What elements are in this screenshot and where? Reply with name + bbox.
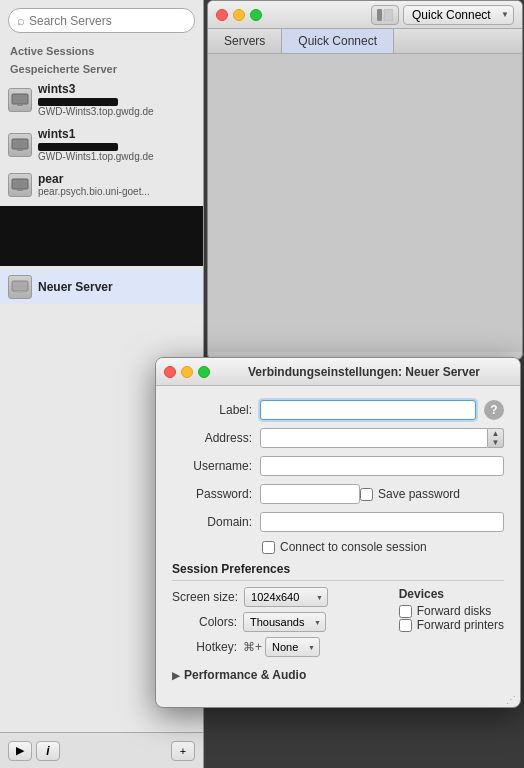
colors-select-wrap[interactable]: 256 colors Thousands Millions bbox=[243, 612, 326, 632]
password-row: Password: Save password bbox=[172, 484, 504, 504]
list-item[interactable]: pear pear.psych.bio.uni-goet... bbox=[0, 167, 203, 202]
server-info: wints1 GWD-Wints1.top.gwdg.de bbox=[38, 127, 154, 162]
server-address: GWD-Wints3.top.gwdg.de bbox=[38, 106, 154, 117]
dialog-traffic-lights bbox=[164, 366, 210, 378]
forward-disks-checkbox[interactable] bbox=[399, 605, 412, 618]
hotkey-symbol: ⌘+ bbox=[243, 640, 262, 654]
bottom-bar: ▶ i + bbox=[0, 732, 203, 768]
connection-dropdown[interactable]: Quick Connect bbox=[403, 5, 514, 25]
black-block bbox=[0, 206, 203, 266]
server-info: Neuer Server bbox=[38, 280, 113, 294]
hotkey-label: Hotkey: bbox=[172, 640, 237, 654]
close-button[interactable] bbox=[216, 9, 228, 21]
right-tab-bar: Servers Quick Connect bbox=[208, 29, 522, 54]
dialog-title: Verbindungseinstellungen: Neuer Server bbox=[248, 365, 480, 379]
server-name: wints3 bbox=[38, 82, 154, 96]
password-input[interactable] bbox=[260, 484, 360, 504]
forward-printers-label: Forward printers bbox=[417, 618, 504, 632]
svg-rect-7 bbox=[17, 291, 23, 293]
colors-label: Colors: bbox=[172, 615, 237, 629]
redacted-bar bbox=[38, 98, 118, 106]
new-server-label: Neuer Server bbox=[38, 280, 113, 294]
save-password-label: Save password bbox=[378, 487, 460, 501]
console-session-checkbox[interactable] bbox=[262, 541, 275, 554]
address-row: Address: ▲▼ bbox=[172, 428, 504, 448]
svg-rect-3 bbox=[17, 149, 23, 151]
right-content-area bbox=[208, 54, 522, 352]
play-button[interactable]: ▶ bbox=[8, 741, 32, 761]
address-dropdown-button[interactable]: ▲▼ bbox=[488, 428, 504, 448]
help-button[interactable]: ? bbox=[484, 400, 504, 420]
session-prefs-area: Screen size: 640x480 800x600 1024x640 10… bbox=[172, 587, 504, 662]
connection-settings-dialog: Verbindungseinstellungen: Neuer Server L… bbox=[155, 357, 521, 708]
forward-disks-label: Forward disks bbox=[417, 604, 492, 618]
screen-size-select[interactable]: 640x480 800x600 1024x640 1024x768 Full S… bbox=[244, 587, 328, 607]
svg-rect-0 bbox=[12, 94, 28, 104]
label-field-label: Label: bbox=[172, 403, 252, 417]
screen-size-label: Screen size: bbox=[172, 590, 238, 604]
right-toolbar-controls: Quick Connect bbox=[371, 5, 514, 25]
performance-audio-disclosure[interactable]: ▶ Performance & Audio bbox=[172, 668, 504, 682]
password-field-label: Password: bbox=[172, 487, 252, 501]
dialog-body: Label: ? Address: ▲▼ Username: Password: bbox=[156, 386, 520, 692]
svg-rect-4 bbox=[12, 179, 28, 189]
right-titlebar: Quick Connect bbox=[208, 1, 522, 29]
label-row: Label: ? bbox=[172, 400, 504, 420]
username-input[interactable] bbox=[260, 456, 504, 476]
server-icon bbox=[8, 173, 32, 197]
server-name: wints1 bbox=[38, 127, 154, 141]
search-icon: ⌕ bbox=[17, 13, 25, 28]
label-input[interactable] bbox=[260, 400, 476, 420]
new-server-item[interactable]: Neuer Server bbox=[0, 270, 203, 304]
connection-dropdown-wrap[interactable]: Quick Connect bbox=[403, 5, 514, 25]
active-sessions-label: Active Sessions bbox=[0, 41, 203, 59]
left-prefs: Screen size: 640x480 800x600 1024x640 10… bbox=[172, 587, 383, 662]
saved-servers-label: Gespeicherte Server bbox=[0, 59, 203, 77]
screen-size-row: Screen size: 640x480 800x600 1024x640 10… bbox=[172, 587, 383, 607]
hotkey-select-wrap[interactable]: None F1 F2 F3 bbox=[265, 637, 320, 657]
save-password-checkbox[interactable] bbox=[360, 488, 373, 501]
maximize-button[interactable] bbox=[250, 9, 262, 21]
dialog-close-button[interactable] bbox=[164, 366, 176, 378]
sidebar-toggle-button[interactable] bbox=[371, 5, 399, 25]
svg-rect-8 bbox=[377, 9, 382, 21]
username-row: Username: bbox=[172, 456, 504, 476]
screen-size-select-wrap[interactable]: 640x480 800x600 1024x640 1024x768 Full S… bbox=[244, 587, 328, 607]
console-session-row: Connect to console session bbox=[262, 540, 504, 554]
list-item[interactable]: wints1 GWD-Wints1.top.gwdg.de bbox=[0, 122, 203, 167]
minimize-button[interactable] bbox=[233, 9, 245, 21]
forward-printers-checkbox[interactable] bbox=[399, 619, 412, 632]
address-input[interactable] bbox=[260, 428, 488, 448]
tab-servers[interactable]: Servers bbox=[208, 29, 282, 53]
server-icon bbox=[8, 133, 32, 157]
search-input[interactable] bbox=[29, 14, 186, 28]
new-server-icon bbox=[8, 275, 32, 299]
domain-field-label: Domain: bbox=[172, 515, 252, 529]
tab-quick-connect[interactable]: Quick Connect bbox=[282, 29, 394, 53]
list-item[interactable]: wints3 GWD-Wints3.top.gwdg.de bbox=[0, 77, 203, 122]
hotkey-select[interactable]: None F1 F2 F3 bbox=[265, 637, 320, 657]
save-password-row: Save password bbox=[360, 487, 460, 501]
redacted-bar bbox=[38, 143, 118, 151]
domain-input[interactable] bbox=[260, 512, 504, 532]
svg-rect-6 bbox=[12, 281, 28, 291]
address-input-wrap: ▲▼ bbox=[260, 428, 504, 448]
resize-grip-icon[interactable]: ⋰ bbox=[506, 694, 516, 705]
username-field-label: Username: bbox=[172, 459, 252, 473]
search-bar[interactable]: ⌕ bbox=[8, 8, 195, 33]
forward-disks-row: Forward disks bbox=[399, 604, 504, 618]
colors-row: Colors: 256 colors Thousands Millions bbox=[172, 612, 383, 632]
dialog-minimize-button[interactable] bbox=[181, 366, 193, 378]
info-button[interactable]: i bbox=[36, 741, 60, 761]
address-field-label: Address: bbox=[172, 431, 252, 445]
server-icon bbox=[8, 88, 32, 112]
svg-rect-1 bbox=[17, 104, 23, 106]
add-server-button[interactable]: + bbox=[171, 741, 195, 761]
dialog-maximize-button[interactable] bbox=[198, 366, 210, 378]
colors-select[interactable]: 256 colors Thousands Millions bbox=[243, 612, 326, 632]
traffic-lights bbox=[216, 9, 262, 21]
devices-section: Devices Forward disks Forward printers bbox=[399, 587, 504, 632]
svg-rect-2 bbox=[12, 139, 28, 149]
server-info: wints3 GWD-Wints3.top.gwdg.de bbox=[38, 82, 154, 117]
svg-rect-5 bbox=[17, 189, 23, 191]
